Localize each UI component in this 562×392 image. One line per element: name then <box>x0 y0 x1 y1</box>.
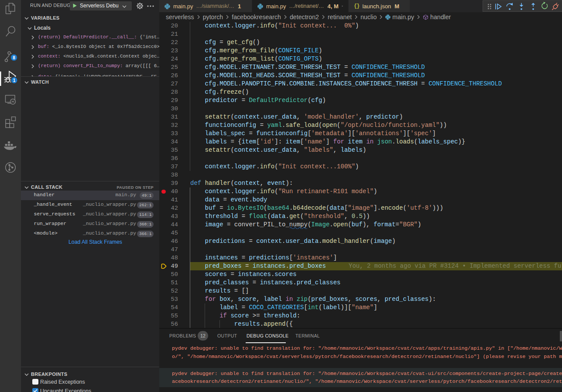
svg-text:1: 1 <box>13 78 16 83</box>
svg-text:8: 8 <box>13 55 15 60</box>
